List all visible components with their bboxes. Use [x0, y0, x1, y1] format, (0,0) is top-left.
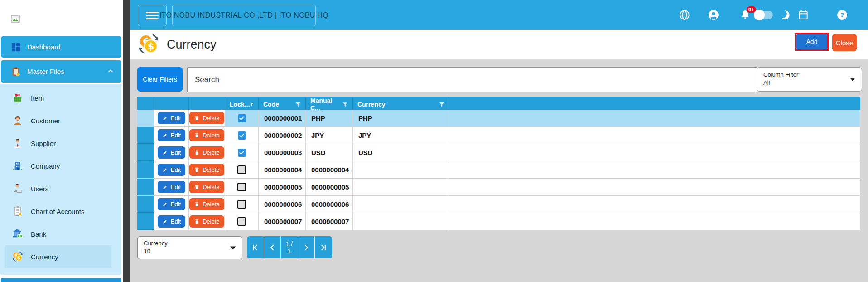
delete-button[interactable]: Delete	[189, 112, 224, 124]
row-selector-cell[interactable]	[137, 161, 154, 178]
sidebar-item-customer[interactable]: Customer	[0, 109, 121, 132]
close-button[interactable]: Close	[832, 34, 857, 51]
company-title: ITO NOBU INDUSTRIAL CO.,LTD | ITO NOBU H…	[159, 11, 328, 19]
dark-mode-moon-icon[interactable]	[779, 9, 791, 21]
table-row[interactable]: EditDelete00000000070000000007	[137, 213, 860, 230]
edit-button[interactable]: Edit	[158, 164, 185, 176]
column-filter-label: Column Filter	[763, 71, 798, 78]
edit-button[interactable]: Edit	[158, 129, 185, 141]
locked-checkbox[interactable]	[237, 165, 246, 174]
search-input[interactable]	[187, 67, 757, 92]
broken-image-icon	[11, 15, 21, 24]
row-selector-cell[interactable]	[137, 213, 154, 230]
sidebar-item-dashboard[interactable]: Dashboard	[1, 36, 121, 58]
code-cell: 0000000005	[258, 179, 305, 195]
filler-cell	[449, 144, 860, 161]
row-selector-cell[interactable]	[137, 179, 154, 195]
delete-button[interactable]: Delete	[189, 181, 224, 193]
row-selector-cell[interactable]	[137, 110, 154, 126]
page-size-select[interactable]: Currency 10	[137, 236, 242, 259]
edit-button[interactable]: Edit	[158, 112, 185, 124]
row-selector-cell[interactable]	[137, 127, 154, 144]
locked-checkbox[interactable]	[237, 183, 246, 191]
delete-button[interactable]: Delete	[189, 129, 224, 141]
sidebar-item-bank[interactable]: Bank	[0, 223, 121, 245]
filter-funnel-icon	[250, 102, 254, 107]
first-page-button[interactable]	[247, 236, 264, 258]
table-row[interactable]: EditDelete00000000040000000004	[137, 161, 860, 179]
help-icon[interactable]: ?	[836, 9, 848, 21]
delete-button[interactable]: Delete	[189, 146, 224, 159]
filler-cell	[449, 179, 860, 195]
next-page-button[interactable]	[298, 236, 315, 258]
locked-checkbox[interactable]	[238, 131, 246, 140]
edit-button[interactable]: Edit	[158, 215, 185, 228]
page-title: Currency	[167, 30, 217, 59]
manual-code-cell: USD	[305, 144, 352, 161]
locked-checkbox[interactable]	[237, 217, 246, 226]
chevron-down-icon	[230, 246, 236, 249]
sidebar-next-section-partial[interactable]	[1, 278, 121, 282]
sidebar-item-currency[interactable]: € $ Currency	[5, 245, 111, 268]
trash-icon	[194, 184, 200, 190]
sidebar-item-master-files[interactable]: Master Files	[1, 60, 121, 83]
currency-cell	[352, 179, 449, 195]
svg-text:$: $	[17, 255, 20, 260]
locked-cell	[225, 196, 258, 213]
sidebar: Dashboard Master Files	[0, 0, 123, 282]
main-area: ITO NOBU INDUSTRIAL CO.,LTD | ITO NOBU H…	[130, 0, 868, 282]
column-filter-select[interactable]: Column Filter All	[757, 67, 862, 92]
pencil-icon	[162, 115, 168, 121]
table-row[interactable]: EditDelete0000000003USDUSD	[137, 144, 860, 161]
chevron-up-icon	[107, 67, 114, 76]
sidebar-item-users[interactable]: Users	[0, 177, 121, 200]
trash-icon	[194, 115, 200, 121]
page-header: € $ Currency Add Close	[130, 30, 868, 59]
clear-filters-button[interactable]: Clear Filters	[137, 67, 183, 92]
theme-toggle-switch[interactable]	[755, 11, 773, 19]
master-files-icon	[11, 67, 21, 77]
row-selector-cell[interactable]	[137, 196, 154, 213]
sidebar-item-item[interactable]: Item	[0, 87, 121, 109]
edit-button[interactable]: Edit	[158, 146, 185, 159]
currency-table: Lock... Code Manual C... Currency	[137, 97, 860, 230]
edit-button[interactable]: Edit	[158, 181, 185, 193]
edit-button[interactable]: Edit	[158, 198, 185, 210]
manual-code-cell: 0000000005	[305, 179, 352, 195]
manual-code-cell: 0000000006	[305, 196, 352, 213]
pencil-icon	[162, 167, 168, 173]
globe-icon[interactable]	[679, 9, 690, 21]
sidebar-item-chart-of-accounts[interactable]: Chart of Accounts	[0, 200, 121, 223]
delete-cell: Delete	[188, 179, 225, 195]
delete-button[interactable]: Delete	[189, 215, 224, 228]
sidebar-item-supplier[interactable]: Supplier	[0, 132, 121, 155]
row-selector-cell[interactable]	[137, 144, 154, 161]
code-cell: 0000000001	[258, 110, 305, 126]
manual-code-cell: 0000000004	[305, 161, 352, 178]
calendar-icon[interactable]	[797, 9, 809, 21]
edit-cell: Edit	[154, 127, 188, 144]
previous-page-button[interactable]	[264, 236, 281, 258]
sidebar-item-company[interactable]: Company	[0, 155, 121, 177]
filler-cell	[449, 213, 860, 230]
delete-button[interactable]: Delete	[189, 164, 224, 176]
table-row[interactable]: EditDelete00000000050000000005	[137, 179, 860, 196]
locked-checkbox[interactable]	[238, 149, 246, 157]
user-account-icon[interactable]	[708, 9, 719, 21]
locked-checkbox[interactable]	[238, 114, 246, 122]
app-window: Dashboard Master Files	[0, 0, 868, 282]
manual-code-cell: 0000000007	[305, 213, 352, 230]
notifications-bell-icon[interactable]: 9+	[739, 9, 751, 21]
edit-cell: Edit	[154, 110, 188, 126]
add-button[interactable]: Add	[796, 34, 827, 49]
check-icon	[239, 150, 245, 156]
locked-cell	[225, 110, 258, 126]
last-page-button[interactable]	[315, 236, 332, 258]
locked-checkbox[interactable]	[237, 200, 246, 209]
table-row[interactable]: EditDelete0000000002JPYJPY	[137, 127, 860, 144]
trash-icon	[194, 219, 200, 224]
table-row[interactable]: EditDelete0000000001PHPPHP	[137, 110, 860, 127]
company-selector[interactable]: ITO NOBU INDUSTRIAL CO.,LTD | ITO NOBU H…	[172, 5, 316, 26]
delete-button[interactable]: Delete	[189, 198, 224, 210]
table-row[interactable]: EditDelete00000000060000000006	[137, 196, 860, 213]
